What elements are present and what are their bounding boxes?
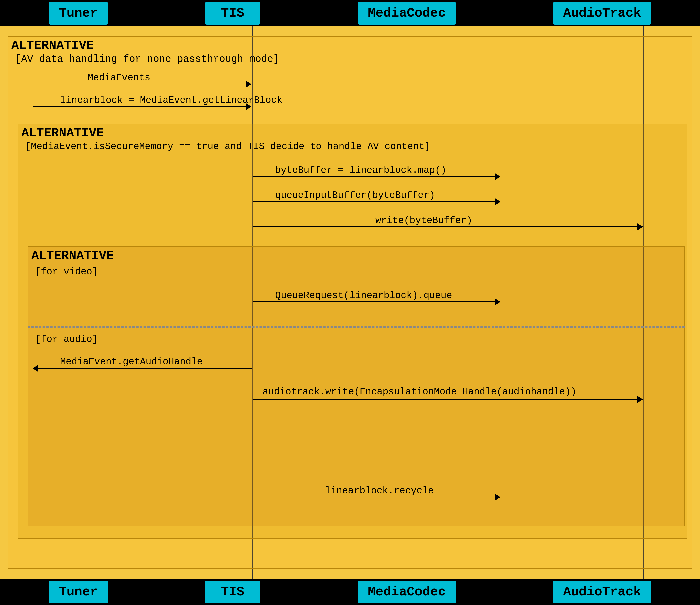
actor-tuner-bottom: Tuner — [49, 581, 108, 604]
outer-alt-label: ALTERNATIVE — [8, 37, 97, 54]
dashed-divider — [27, 326, 685, 328]
mid-alt-label: ALTERNATIVE — [18, 124, 107, 142]
actor-tis-top: TIS — [205, 2, 260, 25]
bottom-bar: Tuner TIS MediaCodec AudioTrack — [0, 579, 700, 605]
label-map: byteBuffer = linearblock.map() — [275, 165, 446, 176]
label-mediaevents: MediaEvents — [88, 72, 150, 83]
actor-audiotrack-bottom: AudioTrack — [553, 581, 651, 604]
arrow-queueinput — [253, 201, 500, 202]
actor-audiotrack-top: AudioTrack — [553, 2, 651, 25]
inner-alt-label: ALTERNATIVE — [28, 247, 117, 264]
arrow-getaudiohandle-line — [32, 368, 252, 369]
label-getaudiohandle: MediaEvent.getAudioHandle — [60, 357, 203, 367]
actor-mediacodec-top: MediaCodec — [358, 2, 456, 25]
outer-condition: [AV data handling for none passthrough m… — [15, 53, 279, 65]
top-bar: Tuner TIS MediaCodec AudioTrack — [0, 0, 700, 26]
label-getlinearblock: linearblock = MediaEvent.getLinearBlock — [60, 95, 282, 106]
label-recycle: linearblock.recycle — [325, 485, 433, 496]
arrow-write — [253, 226, 643, 227]
actor-tuner-top: Tuner — [49, 2, 108, 25]
actor-mediacodec-bottom: MediaCodec — [358, 581, 456, 604]
arrow-getaudiohandle-head — [32, 365, 38, 372]
arrow-audiotrack-write — [253, 399, 643, 400]
mid-condition: [MediaEvent.isSecureMemory == true and T… — [25, 141, 430, 152]
arrow-recycle — [253, 497, 500, 498]
arrow-map — [253, 176, 500, 177]
actor-tis-bottom: TIS — [205, 581, 260, 604]
label-write: write(byteBuffer) — [375, 215, 472, 226]
arrow-getlinearblock — [32, 106, 251, 107]
arrow-queuerequest — [253, 301, 500, 302]
label-queueinput: queueInputBuffer(byteBuffer) — [275, 190, 435, 201]
label-queuerequest: QueueRequest(linearblock).queue — [275, 290, 452, 301]
label-audiotrack-write: audiotrack.write(EncapsulationMode_Handl… — [263, 386, 576, 397]
diagram-container: Tuner TIS MediaCodec AudioTrack Tuner TI… — [0, 0, 700, 605]
diagram-area: ALTERNATIVE [AV data handling for none p… — [0, 26, 700, 579]
inner-condition-video: [for video] — [35, 266, 98, 277]
inner-condition-audio: [for audio] — [35, 334, 98, 345]
arrow-mediaevents — [32, 83, 251, 84]
